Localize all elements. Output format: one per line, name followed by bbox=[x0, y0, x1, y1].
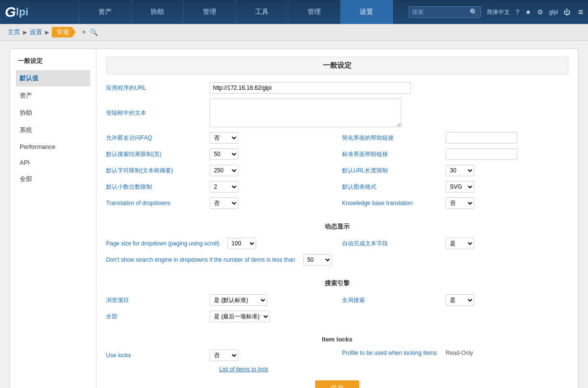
col-right: 简化界面的帮助链接 标准界面帮助链接 默认URL长度限制 30 bbox=[342, 132, 568, 214]
app-url-row: 应用程序的URL bbox=[106, 82, 568, 94]
search-input[interactable] bbox=[412, 9, 470, 15]
char-limit-select[interactable]: 250 bbox=[210, 165, 238, 176]
standard-ui-input[interactable] bbox=[446, 148, 517, 160]
browse-items-row: 浏览项目 是 (默认标准) bbox=[106, 294, 332, 306]
power-icon[interactable]: ⏻ bbox=[564, 8, 570, 16]
sidebar-item-assist[interactable]: 协助 bbox=[16, 105, 90, 121]
chart-format-row: 默认图表格式 SVG bbox=[342, 181, 568, 193]
main-content: 一般设定 默认值 资产 协助 系统 Performance API 全部 一般设… bbox=[0, 41, 588, 388]
breadcrumb-search-icon[interactable]: 🔍 bbox=[90, 28, 98, 36]
login-text-label: 登陆框中的文本 bbox=[106, 109, 202, 117]
nav-admin[interactable]: 管理 bbox=[288, 0, 341, 24]
two-col-section: 允许匿名访问FAQ 否 默认搜索结果限制(页) 50 默认字 bbox=[106, 132, 568, 214]
app-url-input[interactable] bbox=[210, 82, 411, 94]
use-locks-label: Use locks bbox=[106, 352, 202, 359]
decimal-row: 默认小数位数限制 2 bbox=[106, 181, 332, 193]
knowledge-select[interactable]: 否 bbox=[446, 197, 474, 209]
profile-lock-row: Profile to be used when locking items Re… bbox=[342, 350, 568, 356]
page-size-label: Page size for dropdown (paging using scr… bbox=[106, 240, 220, 247]
profile-lock-label: Profile to be used when locking items bbox=[342, 350, 438, 356]
dynamic-display-title: 动态显示 bbox=[106, 220, 568, 233]
full-search-row: 全局搜索 是 bbox=[342, 294, 568, 306]
dont-show-search-select[interactable]: 50 bbox=[303, 254, 332, 266]
breadcrumb-current: 常规 bbox=[52, 27, 76, 37]
breadcrumb-sep2: ▶ bbox=[45, 29, 49, 36]
page-size-select[interactable]: 100 bbox=[227, 238, 256, 249]
profile-lock-value: Read-Only bbox=[446, 350, 473, 356]
sidebar-title: 一般设定 bbox=[16, 57, 90, 65]
knowledge-label: Knowledge base translation bbox=[342, 200, 438, 206]
breadcrumb-sep1: ▶ bbox=[23, 29, 27, 36]
nav-assist[interactable]: 协助 bbox=[131, 0, 184, 24]
bookmark-icon[interactable]: ★ bbox=[525, 8, 531, 16]
nav-tools[interactable]: 工具 bbox=[236, 0, 288, 24]
anon-faq-label: 允许匿名访问FAQ bbox=[106, 134, 202, 142]
dynamic-col-left: Page size for dropdown (paging using scr… bbox=[106, 238, 332, 270]
save-button[interactable]: 保存 bbox=[315, 380, 359, 388]
hamburger-menu[interactable]: ≡ bbox=[578, 7, 583, 17]
standard-ui-row: 标准界面帮助链接 bbox=[342, 148, 568, 160]
breadcrumb-settings[interactable]: 设置 bbox=[30, 28, 42, 36]
search-limit-select[interactable]: 50 bbox=[210, 148, 238, 160]
all-row: 全部 是 (最后一项标准) bbox=[106, 311, 332, 322]
simplified-ui-row: 简化界面的帮助链接 bbox=[342, 132, 568, 144]
full-search-select[interactable]: 是 bbox=[446, 294, 474, 306]
char-limit-row: 默认字符限制(文本框摘要) 250 bbox=[106, 165, 332, 176]
translation-select[interactable]: 否 bbox=[210, 197, 238, 209]
add-icon[interactable]: + bbox=[82, 28, 86, 36]
breadcrumb: 主页 ▶ 设置 ▶ 常规 + 🔍 bbox=[0, 24, 588, 41]
char-limit-label: 默认字符限制(文本框摘要) bbox=[106, 167, 202, 175]
sidebar-item-api[interactable]: API bbox=[16, 155, 90, 170]
sidebar-item-performance[interactable]: Performance bbox=[16, 139, 90, 154]
help-icon[interactable]: ? bbox=[516, 8, 519, 16]
nav-settings[interactable]: 设置 bbox=[341, 0, 393, 24]
nav-manage[interactable]: 管理 bbox=[184, 0, 236, 24]
anon-faq-select[interactable]: 否 bbox=[210, 132, 238, 144]
chart-format-select[interactable]: SVG bbox=[446, 181, 474, 193]
dynamic-col-right: 自动完成文本字段 是 bbox=[342, 238, 568, 270]
item-locks-title: Item locks bbox=[106, 334, 568, 345]
search-col-left: 浏览项目 是 (默认标准) 全部 是 (最后一项标准) bbox=[106, 294, 332, 327]
decimal-select[interactable]: 2 bbox=[210, 181, 238, 193]
search-limit-label: 默认搜索结果限制(页) bbox=[106, 150, 202, 158]
autocomplete-row: 自动完成文本字段 是 bbox=[342, 238, 568, 249]
knowledge-row: Knowledge base translation 否 bbox=[342, 197, 568, 209]
user-menu[interactable]: glpi bbox=[549, 9, 558, 15]
main-nav: 资产 协助 管理 工具 管理 设置 bbox=[62, 0, 409, 24]
nav-assets[interactable]: 资产 bbox=[79, 0, 131, 24]
sidebar-item-assets[interactable]: 资产 bbox=[16, 87, 90, 104]
list-lock-link[interactable]: List of items to lock bbox=[219, 366, 268, 373]
all-select[interactable]: 是 (最后一项标准) bbox=[210, 311, 270, 322]
chart-format-label: 默认图表格式 bbox=[342, 183, 438, 191]
search-engine-title: 搜索引擎 bbox=[106, 277, 568, 290]
sidebar-item-defaults[interactable]: 默认值 bbox=[16, 70, 90, 86]
top-nav: G lpi 资产 协助 管理 工具 管理 设置 🔍 简体中文 ? ★ ⚙ glp… bbox=[0, 0, 588, 24]
dynamic-section: Page size for dropdown (paging using scr… bbox=[106, 238, 568, 270]
sidebar: 一般设定 默认值 资产 协助 系统 Performance API 全部 bbox=[10, 49, 96, 388]
list-lock-row: List of items to lock bbox=[106, 366, 568, 373]
anon-faq-row: 允许匿名访问FAQ 否 bbox=[106, 132, 332, 144]
breadcrumb-home[interactable]: 主页 bbox=[8, 28, 20, 36]
full-search-label: 全局搜索 bbox=[342, 296, 438, 304]
search-col-right: 全局搜索 是 bbox=[342, 294, 568, 327]
language-selector[interactable]: 简体中文 bbox=[487, 8, 510, 16]
dont-show-search-label: Don't show search engine in dropdowns if… bbox=[106, 256, 295, 263]
search-section: 浏览项目 是 (默认标准) 全部 是 (最后一项标准) bbox=[106, 294, 568, 327]
browse-items-select[interactable]: 是 (默认标准) bbox=[210, 294, 267, 306]
simplified-ui-input[interactable] bbox=[446, 132, 517, 144]
sidebar-item-all[interactable]: 全部 bbox=[16, 171, 90, 187]
login-text-area[interactable] bbox=[210, 98, 401, 127]
decimal-label: 默认小数位数限制 bbox=[106, 183, 202, 191]
url-len-select[interactable]: 30 bbox=[446, 165, 474, 176]
use-locks-select[interactable]: 否 bbox=[210, 350, 238, 361]
search-box[interactable]: 🔍 bbox=[409, 6, 481, 18]
url-len-row: 默认URL长度限制 30 bbox=[342, 165, 568, 176]
search-icon[interactable]: 🔍 bbox=[470, 8, 478, 16]
autocomplete-label: 自动完成文本字段 bbox=[342, 240, 438, 248]
settings-icon[interactable]: ⚙ bbox=[537, 8, 543, 16]
use-locks-row: Use locks 否 bbox=[106, 350, 332, 361]
sidebar-item-system[interactable]: 系统 bbox=[16, 122, 90, 138]
search-limit-row: 默认搜索结果限制(页) 50 bbox=[106, 148, 332, 160]
app-url-label: 应用程序的URL bbox=[106, 84, 202, 92]
autocomplete-select[interactable]: 是 bbox=[446, 238, 474, 249]
